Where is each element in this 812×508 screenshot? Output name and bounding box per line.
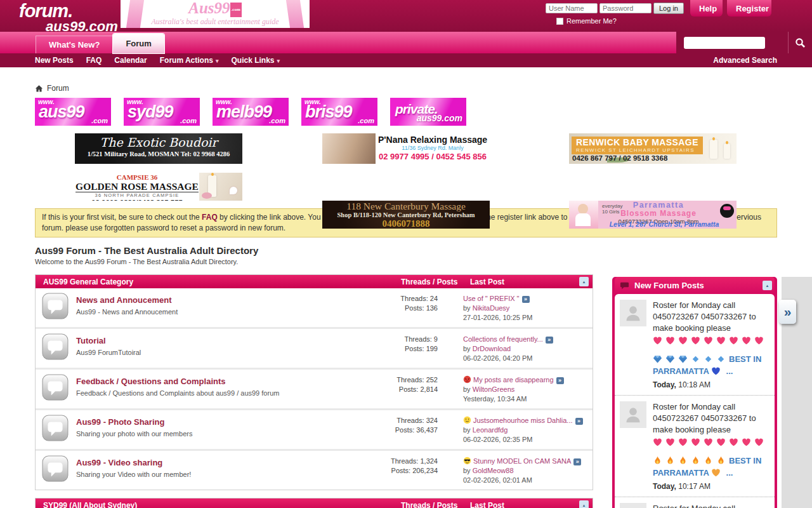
nav-link-calendar[interactable]: Calendar: [114, 56, 147, 65]
emoji-link-row: BEST IN PARRAMATTA ...: [653, 455, 769, 479]
ad-banner-renwick-massage[interactable]: RENWICK BABY MASSAGE RENWICK ST LEICHHAR…: [569, 133, 737, 164]
header-banner[interactable]: Aus99.com Australia's best adult enterta…: [121, 0, 310, 28]
nav-links: New PostsFAQCalendarForum Actions▾Quick …: [35, 56, 292, 65]
widget-collapse-button[interactable]: ▲: [763, 281, 772, 290]
last-post-byline: by DrDownload: [463, 344, 587, 354]
heart-icon: [729, 336, 738, 345]
nav-link-new-posts[interactable]: New Posts: [35, 56, 74, 65]
goto-last-post-icon[interactable]: »: [556, 377, 564, 384]
site-banner-syd99-com[interactable]: www.syd99.com: [124, 98, 200, 126]
category-collapse-button[interactable]: ▲: [579, 277, 589, 286]
ad-banner-blossom-massage[interactable]: everyday10 Girls Parramatta Blossom Mass…: [569, 201, 737, 229]
nav-link-faq[interactable]: FAQ: [86, 56, 102, 65]
search-button[interactable]: [788, 32, 812, 53]
heart-emoji-row: [653, 437, 769, 448]
face-angry-icon: [463, 375, 471, 384]
forum-status-icon: [42, 455, 69, 482]
site-banner-private-aus99-com[interactable]: private.aus99.com: [390, 98, 466, 126]
gem-icon: [678, 354, 688, 364]
category-title: AUS99 General Category: [43, 277, 401, 286]
ad-title: P'Nana Relaxing Massage: [376, 135, 490, 145]
goto-last-post-icon[interactable]: »: [573, 458, 581, 465]
ad-banner-golden-rose-massage[interactable]: CAMPSIE 36 GOLDEN ROSE MASSAGE 36 NORTH …: [75, 173, 242, 201]
last-post-user-link[interactable]: NikitaDuesy: [473, 304, 510, 312]
last-post-byline: by Leonardfdg: [463, 425, 587, 435]
ad-phone: 0406071888: [322, 219, 490, 229]
ad-title: GOLDEN ROSE MASSAGE: [75, 182, 199, 192]
tab-whats-new[interactable]: What's New?: [36, 36, 113, 53]
heart-icon: [653, 336, 662, 345]
forum-link[interactable]: Aus99 - Photo Sharing: [76, 417, 164, 427]
heart-icon: [711, 366, 721, 376]
salt-decor: [202, 192, 212, 199]
post-excerpt: Roster for Monday call 0450723267 045073…: [653, 300, 769, 334]
site-banner-bris99-com[interactable]: www.bris99.com: [301, 98, 377, 126]
forum-description: Feedback / Questions and Complaints abou…: [76, 389, 368, 397]
site-banner-melb99-com[interactable]: www.melb99.com: [213, 98, 289, 126]
goto-last-post-icon[interactable]: »: [575, 418, 583, 425]
username-input[interactable]: [546, 3, 598, 13]
forum-description: Sharing your Video with our member!: [76, 471, 368, 478]
nav-link-quick-links[interactable]: Quick Links▾: [231, 56, 280, 65]
home-icon[interactable]: [35, 84, 43, 93]
last-post-date: 02-02-2026, 02:01 AM: [463, 476, 587, 485]
last-post-user-link[interactable]: GoldMeow88: [473, 467, 514, 474]
new-post-item[interactable]: Roster for Monday call 0450723267 045073…: [615, 497, 775, 508]
heart-icon: [716, 438, 726, 447]
forum-description: Aus99 ForumTutoiral: [76, 349, 368, 356]
last-post-user-link[interactable]: DrDownload: [473, 345, 511, 352]
tab-forum[interactable]: Forum: [113, 34, 164, 53]
last-post-link[interactable]: My posts are disappearng: [473, 376, 554, 384]
forum-column: AUS99 General CategoryThreads / PostsLas…: [35, 274, 593, 508]
ad-address: 1/521 Military Road, MOSMAN Tel: 02 9968…: [75, 150, 242, 157]
nav-link-forum-actions[interactable]: Forum Actions▾: [160, 56, 219, 65]
new-post-item[interactable]: Roster for Monday call 0450723267 045073…: [615, 395, 775, 497]
forum-status-icon: [42, 415, 69, 441]
dropdown-arrow-icon: ▾: [216, 58, 219, 64]
column-header-threads-posts: Threads / Posts: [401, 277, 470, 286]
goto-last-post-icon[interactable]: »: [546, 337, 553, 344]
flame-icon: [653, 456, 662, 465]
search-icon: [795, 37, 806, 48]
ad-banner-pnana-massage[interactable]: P'Nana Relaxing Massage 11/36 Sydney Rd.…: [322, 133, 490, 164]
face-smile-icon: [463, 416, 471, 424]
forum-link[interactable]: Tutorial: [76, 336, 106, 345]
forum-link[interactable]: Feedback / Questions and Complaints: [76, 377, 226, 386]
last-post-user-link[interactable]: WiltonGreens: [473, 385, 515, 393]
last-post-link[interactable]: Justsomehourhoe miss Dahlia...: [473, 417, 573, 424]
sidebar-expand-button[interactable]: »: [779, 300, 796, 324]
speech-bubble-icon: [620, 281, 629, 290]
last-post-date: Yesterday, 10:34 AM: [463, 394, 587, 404]
password-input[interactable]: [599, 3, 652, 13]
last-post-link[interactable]: Stunny MODEL On CAM SANA: [473, 457, 571, 465]
search-input[interactable]: [684, 37, 765, 49]
login-button[interactable]: Log in: [653, 3, 684, 14]
ad-banner-exotic-boudoir[interactable]: The Exotic Boudoir 1/521 Military Road, …: [75, 133, 242, 164]
last-post-byline: by NikitaDuesy: [463, 304, 587, 313]
forum-link[interactable]: Aus99 - Video sharing: [76, 458, 162, 467]
register-button[interactable]: Register: [727, 0, 771, 17]
site-logo[interactable]: forum. aus99.com: [19, 2, 118, 34]
column-header-threads-posts: Threads / Posts: [401, 501, 470, 508]
face-cool-icon: [463, 457, 471, 465]
site-banner-aus99-com[interactable]: www.aus99.com: [35, 98, 111, 126]
last-post-link[interactable]: Use of " PREFIX ": [463, 295, 520, 302]
faq-link[interactable]: FAQ: [202, 213, 218, 222]
column-header-last-post: Last Post: [470, 501, 579, 508]
category-header[interactable]: AUS99 General CategoryThreads / PostsLas…: [36, 275, 593, 288]
category-header[interactable]: SYD99 (All About Sydney)Threads / PostsL…: [36, 498, 593, 508]
heart-icon: [665, 438, 675, 447]
remember-me-checkbox[interactable]: [556, 18, 563, 25]
new-post-item[interactable]: Roster for Monday call 0450723267 045073…: [615, 294, 775, 395]
advanced-search-link[interactable]: Advanced Search: [713, 56, 777, 65]
forum-link[interactable]: News and Annoucement: [76, 295, 171, 305]
last-post-user-link[interactable]: Leonardfdg: [473, 426, 508, 434]
ad-banner-canterbury-massage[interactable]: 118 New Canterbury Massage Shop B/118-12…: [322, 201, 490, 229]
help-button[interactable]: Help: [690, 0, 723, 17]
heart-icon: [653, 438, 662, 447]
breadcrumb-forum-link[interactable]: Forum: [47, 84, 69, 93]
goto-last-post-icon[interactable]: »: [522, 296, 530, 303]
last-post-link[interactable]: Collections of frequently...: [463, 335, 543, 343]
forum-stats: Threads: 1,324Posts: 206,234: [368, 455, 438, 485]
category-collapse-button[interactable]: ▲: [579, 500, 589, 508]
